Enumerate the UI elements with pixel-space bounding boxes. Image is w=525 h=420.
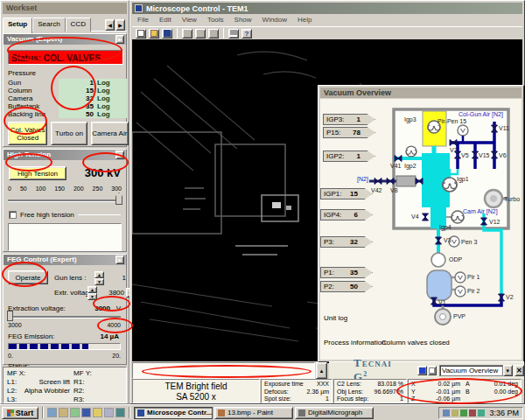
taskbar-separator (129, 407, 130, 418)
menu-edit[interactable]: Edit (159, 16, 172, 24)
quicklaunch-icon[interactable] (47, 408, 57, 417)
workset-title: Workset (3, 3, 127, 14)
high-tension-button[interactable]: High Tension (9, 166, 66, 180)
tab-scroll-right-icon[interactable]: ▶ (116, 19, 125, 31)
diagram-label-igp3: Igp3 (404, 116, 416, 122)
gun-lens-value: 1 (110, 274, 126, 282)
high-tension-list-area (8, 223, 122, 251)
extraction-slider-thumb[interactable] (7, 311, 13, 321)
diagram-label-cam-air: Cam Air [N2] (463, 208, 498, 214)
extraction-voltage-unit: V (116, 304, 121, 312)
diagram-label-v15: V15 (479, 152, 489, 158)
tray-icon[interactable] (443, 410, 450, 416)
feg-emission-bar (8, 343, 121, 350)
tray-icon[interactable] (452, 410, 458, 416)
divider (78, 214, 121, 215)
diagram-label-turbo: Turbo (504, 196, 520, 202)
status-bar: TEM Bright field SA 5200 x Exposure time… (132, 379, 522, 403)
col-valves-closed-button[interactable]: Col. Valves Closed (8, 122, 47, 145)
taskbar: Start Microscope Contr... 13.bmp - Paint… (0, 404, 525, 420)
panel-select-white-icon[interactable] (428, 366, 437, 375)
panel-selector-combobox[interactable]: Vacuum Overview (439, 365, 503, 376)
operate-button[interactable]: Operate (8, 270, 48, 284)
quicklaunch-icon[interactable] (116, 408, 125, 417)
feg-emission-bar-fill (9, 344, 88, 349)
system-tray: 3:36 PM (438, 407, 523, 419)
strip-scroll-up-icon[interactable]: ▲ (316, 362, 327, 379)
menu-tools[interactable]: Tools (207, 16, 224, 24)
vacuum-status-banner: Status: COL. VALVES (8, 50, 123, 65)
free-high-tension-checkbox[interactable] (9, 211, 17, 219)
vacuum-indicator-igp1: IGP1:15 (320, 188, 373, 200)
diagram-label-v4: V4 (411, 214, 419, 220)
high-tension-scale: 050100150200250300 (8, 186, 122, 192)
tab-search[interactable]: Search (32, 18, 65, 32)
toolbar: ? (132, 26, 522, 39)
new-document-icon[interactable] (136, 29, 146, 38)
menu-show[interactable]: Show (234, 16, 252, 24)
vacuum-overview-window: Vacuum Overview (318, 85, 524, 362)
menu-view[interactable]: View (182, 16, 197, 24)
copy-icon[interactable] (195, 29, 206, 38)
panel-close-icon[interactable]: ✕ (514, 365, 524, 376)
pressure-table: Gun1Log Column15Log Camera32Log Bufferta… (8, 79, 127, 118)
gun-lens-stepper[interactable]: ▲▼ (94, 271, 104, 284)
cut-icon[interactable] (182, 29, 192, 38)
high-tension-panel-expand-icon[interactable]: ▸ (116, 150, 124, 159)
tray-icon[interactable] (469, 410, 476, 416)
diagram-label-v11: V11 (499, 125, 509, 131)
app-icon (137, 410, 144, 416)
save-icon[interactable] (162, 29, 172, 38)
high-tension-slider-thumb[interactable] (116, 192, 122, 205)
menu-file[interactable]: File (137, 16, 149, 24)
paste-icon[interactable] (208, 29, 219, 38)
extr-voltage-stepper[interactable]: ▲▼ (88, 286, 97, 298)
high-tension-slider-track[interactable] (8, 200, 122, 202)
table-row: Column15Log (8, 87, 127, 94)
print-icon[interactable] (228, 29, 239, 38)
extraction-voltage-value: 3000 (94, 304, 110, 312)
task-microscope-control[interactable]: Microscope Contr... (134, 407, 213, 419)
vacuum-indicator-igp2: IGP2:1 (323, 150, 375, 162)
quicklaunch-icon[interactable] (59, 408, 68, 417)
table-row: Camera32Log (8, 94, 127, 102)
diagram-label-v42: V42 (371, 187, 382, 193)
diagram-label-v2: V2 (506, 294, 514, 300)
tray-icon[interactable] (478, 410, 485, 416)
quicklaunch-icon[interactable] (81, 408, 91, 417)
menu-window[interactable]: Window (262, 16, 287, 24)
help-icon[interactable]: ? (242, 29, 252, 38)
combobox-dropdown-icon[interactable]: ▼ (503, 365, 513, 376)
start-button[interactable]: Start (2, 407, 38, 419)
stage-readout: X0.02 µmA0.01 deg Y-0.01 µmB0.00 deg Z-0… (408, 379, 522, 403)
app-icon (218, 410, 225, 416)
turbo-on-button[interactable]: Turbo on (51, 122, 87, 145)
extraction-slider-track[interactable] (8, 316, 121, 318)
menu-help[interactable]: Help (298, 16, 312, 24)
tab-setup[interactable]: Setup (3, 18, 32, 33)
open-folder-icon[interactable] (149, 29, 159, 38)
tab-scroll-left-icon[interactable]: ◀ (105, 19, 115, 31)
mode-readout: TEM Bright field SA 5200 x (132, 379, 260, 403)
diagram-label-pen-3: Pen 3 (461, 239, 477, 245)
tab-ccd[interactable]: CCD (66, 18, 91, 32)
diagram-label-v12: V12 (489, 219, 500, 225)
quicklaunch-icon[interactable] (104, 408, 114, 417)
panel-select-blue-icon[interactable] (417, 366, 426, 375)
diagram-label-igp1: Igp1 (457, 176, 469, 182)
quicklaunch-icon[interactable] (70, 408, 80, 417)
tray-icon[interactable] (460, 410, 467, 416)
vacuum-panel-expand-icon[interactable]: ▸ (116, 35, 124, 44)
task-paint[interactable]: 13.bmp - Paint (214, 407, 293, 419)
task-digitalmicrograph[interactable]: DigitalMicrograph (295, 407, 374, 419)
table-row: Backing line50Log (8, 110, 127, 118)
feg-panel-expand-icon[interactable]: ▸ (116, 256, 124, 264)
windows-logo-icon (7, 410, 14, 416)
app-icon (135, 4, 143, 12)
diagram-label-pir-pen-15: Pir-Pen 15 (438, 118, 466, 124)
camera-air-button[interactable]: Camera Air (91, 122, 129, 145)
vacuum-overview-titlebar[interactable]: Vacuum Overview (320, 88, 522, 98)
quicklaunch-icon[interactable] (93, 408, 102, 417)
diagram-label-pvp: PVP (453, 313, 466, 319)
mf-x-label: MF X: (7, 369, 74, 378)
